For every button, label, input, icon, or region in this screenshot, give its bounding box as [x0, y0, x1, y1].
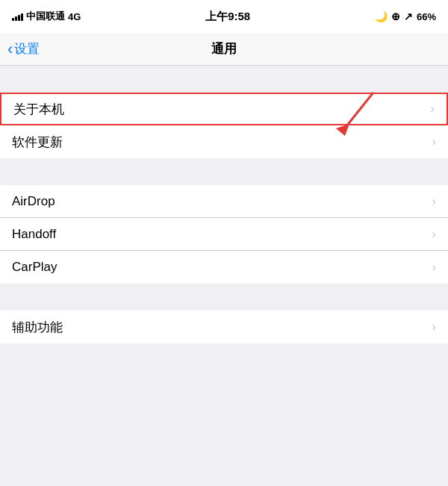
- chevron-right-icon-6: ›: [432, 320, 436, 334]
- status-right: 🌙 ⊕ ↗ 66%: [375, 10, 436, 22]
- chevron-right-icon: ›: [430, 102, 435, 116]
- signal-bar-4: [21, 13, 23, 21]
- signal-bar-3: [18, 15, 20, 21]
- svg-marker-1: [336, 124, 349, 136]
- chevron-right-icon-2: ›: [432, 134, 436, 149]
- moon-icon: 🌙: [375, 10, 388, 22]
- section-separator-3: [0, 284, 448, 311]
- chevron-right-icon-4: ›: [432, 227, 436, 242]
- table-row-airdrop[interactable]: AirDrop ›: [0, 185, 448, 218]
- battery-label: 66%: [417, 11, 436, 22]
- table-row-handoff[interactable]: Handoff ›: [0, 218, 448, 251]
- accessibility-label: 辅助功能: [12, 319, 63, 336]
- section-separator-2: [0, 158, 448, 185]
- back-arrow-icon: ‹: [7, 41, 13, 57]
- network-type-label: 4G: [68, 11, 81, 22]
- carplay-label: CarPlay: [12, 260, 57, 275]
- software-update-label: 软件更新: [12, 134, 63, 151]
- page-title: 通用: [211, 40, 237, 57]
- carrier-label: 中国联通: [26, 10, 65, 23]
- handoff-label: Handoff: [12, 227, 56, 242]
- about-label: 关于本机: [13, 101, 64, 118]
- lock-rotation-icon: ⊕: [391, 10, 400, 22]
- chevron-right-icon-3: ›: [432, 194, 436, 209]
- back-label: 设置: [14, 40, 40, 57]
- status-bar: 中国联通 4G 上午9:58 🌙 ⊕ ↗ 66%: [0, 0, 448, 33]
- status-left: 中国联通 4G: [12, 10, 81, 23]
- svg-line-0: [343, 93, 373, 130]
- signal-bar-1: [12, 18, 14, 21]
- back-button[interactable]: ‹ 设置: [7, 40, 40, 57]
- airdrop-label: AirDrop: [12, 194, 55, 209]
- table-row-accessibility[interactable]: 辅助功能 ›: [0, 311, 448, 343]
- chevron-right-icon-5: ›: [432, 260, 436, 275]
- nav-bar: ‹ 设置 通用: [0, 33, 448, 66]
- signal-bars: [12, 12, 23, 21]
- signal-bar-2: [15, 16, 17, 21]
- section-group-3: 辅助功能 ›: [0, 311, 448, 343]
- section-group-2: AirDrop › Handoff › CarPlay ›: [0, 185, 448, 284]
- status-time: 上午9:58: [205, 10, 250, 24]
- red-arrow: [321, 78, 388, 145]
- location-icon: ↗: [404, 10, 413, 22]
- table-row-carplay[interactable]: CarPlay ›: [0, 251, 448, 284]
